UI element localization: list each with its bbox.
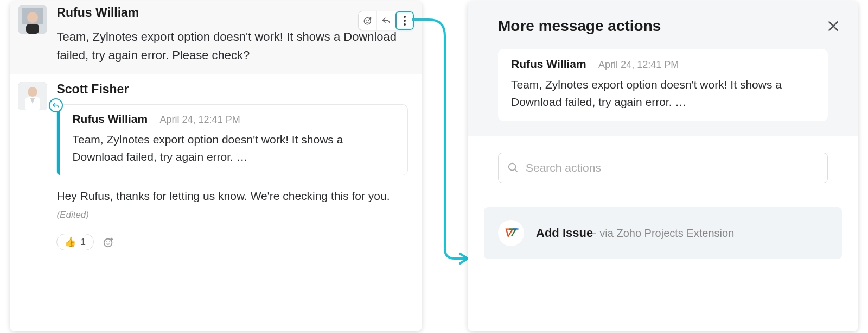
reply-icon: [49, 98, 63, 112]
edited-label: (Edited): [56, 210, 89, 220]
svg-point-13: [509, 164, 516, 171]
svg-point-12: [109, 241, 110, 242]
add-reaction-icon[interactable]: [359, 11, 377, 30]
avatar: [18, 82, 47, 110]
reply-icon[interactable]: [377, 11, 395, 30]
message-author[interactable]: Scott Fisher: [56, 82, 408, 97]
reply-body: Hey Rufus, thanks for letting us know. W…: [56, 190, 390, 202]
close-button[interactable]: [824, 16, 843, 36]
search-icon: [507, 162, 519, 174]
quote-author: Rufus William: [511, 58, 586, 70]
quote-timestamp: April 24, 12:41 PM: [160, 114, 240, 125]
action-text: Add Issue- via Zoho Projects Extension: [536, 226, 734, 240]
message-row[interactable]: Rufus William Team, Zylnotes export opti…: [10, 1, 422, 74]
svg-point-10: [104, 238, 112, 247]
message-author[interactable]: Rufus William: [56, 5, 408, 20]
message-row[interactable]: Scott Fisher Rufus William April 24, 12:…: [10, 74, 422, 259]
zoho-projects-icon: [498, 220, 524, 246]
more-actions-button[interactable]: [395, 11, 414, 30]
action-add-issue[interactable]: Add Issue- via Zoho Projects Extension: [484, 207, 842, 259]
message-hover-toolbar: [358, 11, 414, 30]
search-input[interactable]: [526, 161, 819, 174]
kebab-icon: [404, 16, 406, 26]
quote-author: Rufus William: [72, 112, 148, 125]
quoted-message[interactable]: Rufus William April 24, 12:41 PM Team, Z…: [56, 104, 408, 175]
action-sublabel: - via Zoho Projects Extension: [593, 227, 734, 239]
quote-timestamp: April 24, 12:41 PM: [598, 59, 679, 70]
quote-text: Team, Zylnotes export option doesn't wor…: [72, 131, 395, 165]
dialog-quoted-message: Rufus William April 24, 12:41 PM Team, Z…: [498, 49, 828, 121]
svg-point-6: [368, 20, 369, 21]
avatar: [18, 5, 47, 34]
quote-text: Team, Zylnotes export option doesn't wor…: [511, 76, 815, 110]
reaction-count: 1: [80, 237, 85, 248]
chat-panel: Rufus William Team, Zylnotes export opti…: [10, 1, 422, 331]
search-field[interactable]: [498, 153, 828, 183]
action-label: Add Issue: [536, 226, 593, 240]
thumbsup-emoji: 👍: [65, 236, 76, 248]
svg-point-8: [28, 87, 37, 97]
more-actions-dialog: More message actions Rufus William April…: [468, 1, 858, 331]
add-reaction-icon[interactable]: [100, 234, 117, 250]
svg-rect-3: [26, 24, 39, 34]
svg-point-4: [364, 18, 371, 24]
reaction-thumbsup[interactable]: 👍 1: [56, 234, 93, 250]
dialog-title: More message actions: [498, 17, 828, 35]
svg-point-5: [366, 20, 367, 21]
message-text: Hey Rufus, thanks for letting us know. W…: [56, 187, 408, 223]
message-text: Team, Zylnotes export option doesn't wor…: [56, 28, 408, 65]
dialog-header: More message actions Rufus William April…: [468, 1, 858, 136]
svg-point-2: [27, 12, 38, 23]
search-section: [468, 136, 858, 199]
svg-point-11: [106, 241, 107, 242]
close-icon: [826, 19, 840, 33]
reactions-bar: 👍 1: [56, 234, 408, 250]
